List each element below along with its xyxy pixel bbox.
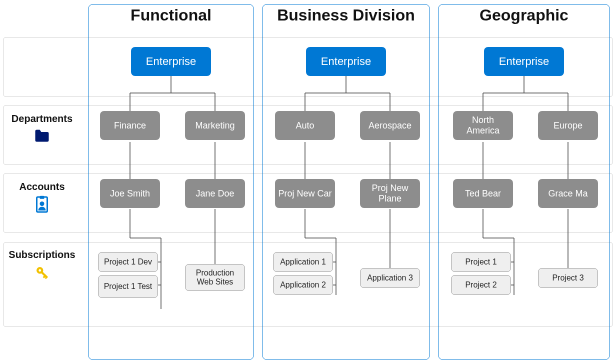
svg-rect-1 xyxy=(40,196,44,199)
sub-project1-test: Project 1 Test xyxy=(98,275,158,298)
accounts-label: Accounts xyxy=(19,181,64,192)
acct-joe-smith: Joe Smith xyxy=(100,179,160,208)
dept-auto: Auto xyxy=(275,111,335,140)
enterprise-geographic: Enterprise xyxy=(484,47,564,76)
sub-project-1: Project 1 xyxy=(451,252,511,272)
key-icon xyxy=(33,264,51,282)
sub-application-2: Application 2 xyxy=(273,275,333,295)
subscriptions-label: Subscriptions xyxy=(8,249,75,260)
svg-point-2 xyxy=(40,202,44,206)
sub-production-web: Production Web Sites xyxy=(185,264,245,291)
row-label-departments: Departments xyxy=(0,113,84,146)
acct-ted-bear: Ted Bear xyxy=(453,179,513,208)
acct-grace-ma: Grace Ma xyxy=(538,179,598,208)
acct-proj-new-plane: Proj New Plane xyxy=(360,179,420,208)
col-header-business: Business Division xyxy=(262,6,430,30)
sub-project-2: Project 2 xyxy=(451,275,511,295)
departments-label: Departments xyxy=(12,113,72,124)
badge-icon xyxy=(33,196,51,214)
sub-application-3: Application 3 xyxy=(360,268,420,288)
dept-north-america: North America xyxy=(453,111,513,140)
dept-finance: Finance xyxy=(100,111,160,140)
enterprise-functional: Enterprise xyxy=(131,47,211,76)
folder-icon xyxy=(33,128,51,146)
col-header-geographic: Geographic xyxy=(438,6,610,30)
acct-jane-doe: Jane Doe xyxy=(185,179,245,208)
enterprise-business: Enterprise xyxy=(306,47,386,76)
sub-project-3: Project 3 xyxy=(538,268,598,288)
col-header-functional: Functional xyxy=(88,6,254,30)
dept-marketing: Marketing xyxy=(185,111,245,140)
row-label-subscriptions: Subscriptions xyxy=(0,249,84,282)
sub-application-1: Application 1 xyxy=(273,252,333,272)
dept-aerospace: Aerospace xyxy=(360,111,420,140)
row-label-accounts: Accounts xyxy=(0,181,84,214)
acct-proj-new-car: Proj New Car xyxy=(275,179,335,208)
sub-project1-dev: Project 1 Dev xyxy=(98,252,158,272)
dept-europe: Europe xyxy=(538,111,598,140)
